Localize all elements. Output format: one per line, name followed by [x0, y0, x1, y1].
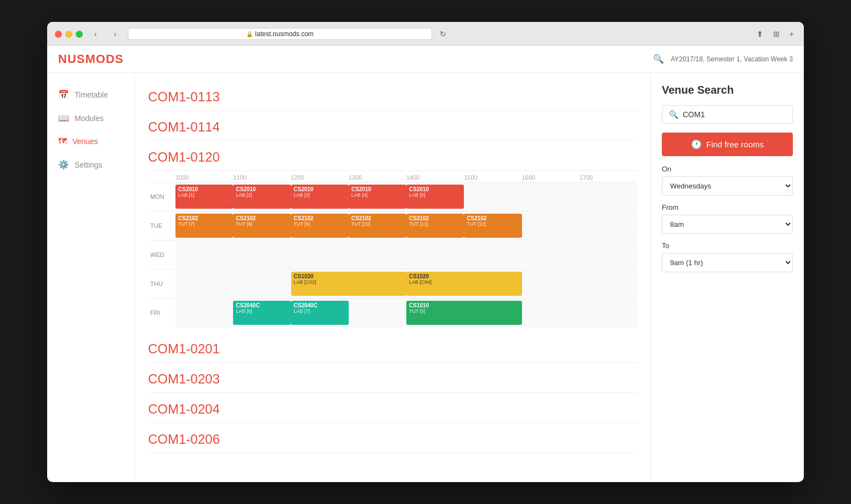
- time-1300: 1300: [349, 174, 406, 181]
- global-search-button[interactable]: 🔍: [653, 54, 664, 64]
- day-slots-tue: CS2102TUT [7] CS2102TUT [8] CS2102TUT [9…: [175, 211, 637, 240]
- main-content: COM1-0113 COM1-0114 COM1-0120 1000 1100 …: [135, 73, 650, 482]
- venue-title-com1-0203[interactable]: COM1-0203: [148, 366, 637, 393]
- on-select[interactable]: Mondays Tuesdays Wednesdays Thursdays Fr…: [662, 176, 793, 196]
- slot-cs2040c-lab7[interactable]: CS2040CLAB [7]: [291, 301, 349, 325]
- day-slots-mon: CS2010LAB [1] CS2010LAB [2] CS2010LAB [3…: [175, 182, 637, 211]
- close-button[interactable]: [55, 31, 62, 38]
- slot-cs2102-tut8[interactable]: CS2102TUT [8]: [233, 214, 291, 238]
- sidebar-item-settings[interactable]: ⚙️ Settings: [47, 154, 134, 175]
- day-label-tue: TUE: [148, 211, 175, 240]
- sidebar-label-modules: Modules: [75, 114, 104, 123]
- gear-icon: ⚙️: [58, 159, 69, 170]
- day-label-wed: WED: [148, 240, 175, 269]
- minimize-button[interactable]: [65, 31, 72, 38]
- app-logo[interactable]: NUSMODS: [58, 52, 123, 66]
- slot-cs2102-tut9[interactable]: CS2102TUT [9]: [291, 214, 349, 238]
- search-icon: 🔍: [669, 110, 678, 119]
- day-row-fri: FRI CS2040CLAB [6] CS2040CLAB [7]: [148, 298, 637, 327]
- venue-search-title: Venue Search: [662, 84, 793, 96]
- slot-cs2010-lab3[interactable]: CS2010LAB [3]: [291, 185, 349, 209]
- slot-cs2102-tut11[interactable]: CS2102TUT [11]: [406, 214, 464, 238]
- period-label: AY2017/18, Semester 1, Vacation Week 3: [671, 55, 793, 63]
- book-icon: 📖: [58, 113, 69, 123]
- lock-icon: 🔒: [246, 31, 253, 37]
- forward-button[interactable]: ›: [108, 28, 122, 39]
- sidebar-label-timetable: Timetable: [75, 90, 108, 99]
- url-text: latest.nusmods.com: [255, 30, 314, 38]
- back-button[interactable]: ‹: [88, 28, 103, 39]
- sidebar-item-venues[interactable]: 🗺 Venues: [47, 131, 134, 152]
- on-label: On: [662, 165, 793, 173]
- time-1400: 1400: [406, 174, 464, 181]
- sidebar: 📅 Timetable 📖 Modules 🗺 Venues ⚙️ Settin…: [47, 73, 135, 482]
- venue-title-com1-0206[interactable]: COM1-0206: [148, 426, 637, 453]
- time-labels: 1000 1100 1200 1300 1400 1500 1600 1700: [148, 174, 637, 181]
- share-button[interactable]: ⬆: [754, 27, 765, 41]
- address-bar[interactable]: 🔒 latest.nusmods.com: [128, 28, 432, 40]
- slot-cs2010-lab4[interactable]: CS2010LAB [4]: [349, 185, 406, 209]
- day-label-thu: THU: [148, 270, 175, 298]
- calendar-icon: 📅: [58, 89, 69, 100]
- slot-cs1010-tut5[interactable]: CS1010TUT [5]: [406, 301, 522, 325]
- slot-cs1020-lab-c02[interactable]: CS1020LAB [C02]: [291, 272, 407, 296]
- day-row-mon: MON CS2010LAB [1] CS2010LAB [2]: [148, 182, 637, 211]
- day-slots-wed: [175, 240, 637, 269]
- time-1100: 1100: [233, 174, 291, 181]
- time-1700: 1700: [580, 174, 637, 181]
- slot-cs2040c-lab6[interactable]: CS2040CLAB [6]: [233, 301, 291, 325]
- time-1500: 1500: [464, 174, 521, 181]
- day-label-fri: FRI: [148, 299, 175, 327]
- sidebar-item-modules[interactable]: 📖 Modules: [47, 107, 134, 129]
- sidebar-label-settings: Settings: [75, 161, 103, 169]
- find-rooms-button[interactable]: 🕐 Find free rooms: [662, 133, 793, 156]
- venue-title-com1-0114[interactable]: COM1-0114: [148, 114, 637, 141]
- slot-cs2102-tut12[interactable]: CS2102TUT [12]: [464, 214, 521, 238]
- slot-cs2010-lab1[interactable]: CS2010LAB [1]: [175, 185, 233, 209]
- time-1200: 1200: [291, 174, 349, 181]
- reload-button[interactable]: ↻: [438, 27, 449, 41]
- slot-cs2010-lab2[interactable]: CS2010LAB [2]: [233, 185, 291, 209]
- from-label: From: [662, 203, 793, 211]
- day-row-tue: TUE CS2102TUT [7] CS2102TUT [8] C: [148, 211, 637, 240]
- sidebar-item-timetable[interactable]: 📅 Timetable: [47, 84, 134, 105]
- slot-cs2102-tut10[interactable]: CS2102TUT [10]: [349, 214, 406, 238]
- time-1000: 1000: [175, 174, 233, 181]
- new-tab-button[interactable]: +: [787, 27, 796, 41]
- traffic-lights: [55, 31, 83, 38]
- to-label: To: [662, 242, 793, 250]
- slot-cs2010-lab5[interactable]: CS2010LAB [5]: [406, 185, 464, 209]
- slot-cs1020-lab-c04[interactable]: CS1020LAB [C04]: [406, 272, 522, 296]
- day-slots-fri: CS2040CLAB [6] CS2040CLAB [7] CS1010TUT …: [175, 299, 637, 327]
- day-slots-thu: CS1020LAB [C02] CS1020LAB [C04]: [175, 270, 637, 298]
- day-row-thu: THU CS1020LAB [C02] CS1020LAB [C04]: [148, 269, 637, 298]
- timetable-com1-0120: 1000 1100 1200 1300 1400 1500 1600 1700 …: [148, 174, 637, 327]
- to-select[interactable]: 9am (1 hr) 10am (2 hr) 11am (3 hr) 12pm …: [662, 253, 793, 272]
- time-1600: 1600: [522, 174, 580, 181]
- slot-cs2102-tut7[interactable]: CS2102TUT [7]: [175, 214, 233, 238]
- map-icon: 🗺: [58, 136, 67, 146]
- sidebar-label-venues: Venues: [72, 137, 98, 146]
- from-select[interactable]: 8am 9am 10am 11am 12pm: [662, 215, 793, 234]
- venue-search-input[interactable]: [683, 110, 786, 119]
- maximize-button[interactable]: [76, 31, 83, 38]
- day-row-wed: WED: [148, 240, 637, 269]
- find-rooms-label: Find free rooms: [706, 140, 764, 149]
- day-label-mon: MON: [148, 182, 175, 211]
- fullscreen-button[interactable]: ⊞: [771, 27, 782, 41]
- venue-title-com1-0120[interactable]: COM1-0120: [148, 144, 637, 171]
- venue-title-com1-0113[interactable]: COM1-0113: [148, 84, 637, 111]
- right-panel: Venue Search 🔍 🕐 Find free rooms On Mond…: [650, 73, 804, 482]
- app-header: NUSMODS 🔍 AY2017/18, Semester 1, Vacatio…: [47, 45, 804, 73]
- venue-title-com1-0201[interactable]: COM1-0201: [148, 336, 637, 363]
- venue-search-container: 🔍: [662, 105, 793, 124]
- clock-icon: 🕐: [691, 139, 702, 150]
- venue-title-com1-0204[interactable]: COM1-0204: [148, 396, 637, 423]
